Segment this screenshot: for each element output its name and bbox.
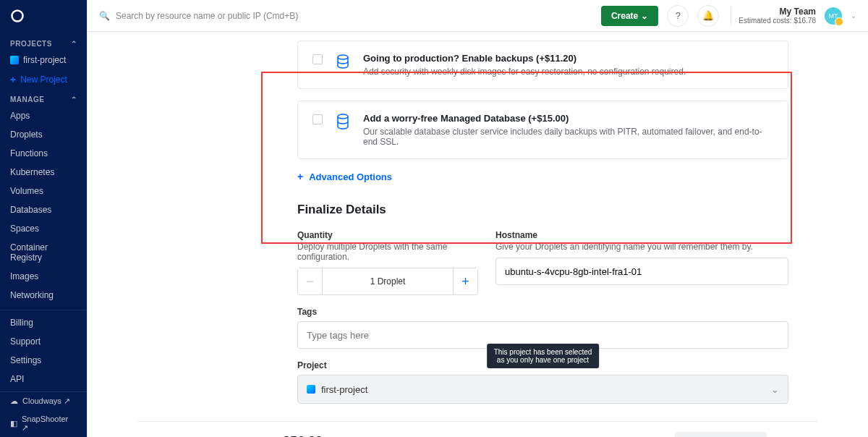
option-desc: Add security with weekly disk images for…	[363, 67, 773, 77]
help-icon[interactable]: ?	[667, 5, 689, 27]
quantity-group: Quantity Deploy multiple Droplets with t…	[297, 230, 478, 295]
hostname-help: Give your Droplets an identifying name y…	[495, 242, 788, 252]
avatar[interactable]: MT	[825, 7, 842, 25]
sidebar-extra[interactable]: ◧SnapShooter ↗	[0, 410, 87, 437]
option-database[interactable]: Add a worry-free Managed Database (+$15.…	[297, 101, 788, 159]
project-select[interactable]: This project has been selected as you on…	[297, 375, 788, 404]
tags-label: Tags	[297, 307, 788, 317]
sidebar-extra[interactable]: ☁Cloudways ↗	[0, 392, 87, 410]
hostname-label: Hostname	[495, 230, 788, 240]
sidebar-manage-list: Apps Droplets Functions Kubernetes Volum…	[0, 106, 87, 310]
project-icon	[307, 385, 315, 394]
sidebar-item[interactable]: Support	[0, 332, 87, 351]
search-input[interactable]: 🔍 Search by resource name or public IP (…	[99, 11, 592, 21]
sidebar-item[interactable]: Kubernetes	[0, 163, 87, 182]
chevron-up-icon[interactable]: ⌃	[71, 96, 77, 103]
hostname-group: Hostname Give your Droplets an identifyi…	[495, 230, 788, 295]
sidebar-item[interactable]: Container Registry	[0, 238, 87, 267]
project-icon	[10, 56, 19, 64]
content: Going to production? Enable backups (+$1…	[88, 32, 868, 437]
sidebar-project-first[interactable]: first-project	[0, 51, 87, 69]
quantity-label: Quantity	[297, 230, 478, 240]
option-title: Add a worry-free Managed Database (+$15.…	[363, 113, 773, 124]
sidebar-item[interactable]: Volumes	[0, 182, 87, 200]
plus-icon: +	[297, 171, 303, 182]
sidebar-item[interactable]: Apps	[0, 106, 87, 125]
checkbox[interactable]	[312, 114, 323, 124]
main: 🔍 Search by resource name or public IP (…	[87, 0, 868, 437]
qty-decrease-button[interactable]: −	[298, 268, 323, 294]
create-droplet-button[interactable]: Create Droplet	[675, 432, 767, 437]
quantity-stepper: − 1 Droplet +	[297, 268, 478, 295]
advanced-options[interactable]: + Advanced Options	[297, 171, 788, 182]
hostname-input[interactable]	[495, 258, 788, 285]
svg-point-2	[338, 114, 348, 119]
sidebar-section-projects: PROJECTS ⌃	[0, 34, 87, 51]
chevron-down-icon[interactable]: ⌄	[851, 12, 856, 20]
sidebar-item[interactable]: Droplets	[0, 125, 87, 144]
sidebar-item[interactable]: Monitoring	[0, 305, 87, 310]
team-info: My Team Estimated costs: $16.78	[731, 7, 816, 25]
bell-icon[interactable]: 🔔	[697, 5, 719, 27]
svg-point-1	[338, 55, 348, 59]
quantity-help: Deploy multiple Droplets with the same c…	[297, 242, 478, 262]
disk-icon	[334, 53, 352, 72]
price: $56.00/month	[283, 434, 354, 437]
database-icon	[334, 113, 352, 132]
option-desc: Our scalable database cluster service in…	[363, 127, 773, 147]
sidebar-item[interactable]: Databases	[0, 200, 87, 219]
plus-icon: +	[10, 74, 16, 85]
option-backups[interactable]: Going to production? Enable backups (+$1…	[297, 41, 788, 89]
sidebar-item[interactable]: Networking	[0, 286, 87, 305]
topbar: 🔍 Search by resource name or public IP (…	[88, 0, 868, 32]
qty-increase-button[interactable]: +	[453, 268, 477, 294]
create-button[interactable]: Create⌄	[601, 6, 658, 26]
chevron-down-icon: ⌄	[771, 384, 779, 395]
sidebar-item[interactable]: API	[0, 370, 87, 389]
tooltip: This project has been selected as you on…	[487, 344, 600, 368]
summary-bar: $56.00/month $0.083/hour CREATE VIA COMM…	[138, 421, 817, 437]
sidebar-item[interactable]: Spaces	[0, 219, 87, 238]
project-group: Project This project has been selected a…	[297, 360, 788, 404]
svg-point-0	[12, 11, 23, 22]
sidebar-item[interactable]: Functions	[0, 144, 87, 163]
option-title: Going to production? Enable backups (+$1…	[363, 53, 773, 64]
chevron-down-icon: ⌄	[641, 11, 648, 21]
logo[interactable]	[0, 0, 87, 34]
tags-group: Tags	[297, 307, 788, 349]
chevron-up-icon[interactable]: ⌃	[71, 40, 77, 48]
sidebar-item[interactable]: Settings	[0, 351, 87, 370]
sidebar-item[interactable]: Images	[0, 267, 87, 286]
checkbox[interactable]	[312, 54, 323, 64]
sidebar-new-project[interactable]: + New Project	[0, 69, 87, 90]
search-icon: 🔍	[99, 11, 110, 21]
finalize-heading: Finalize Details	[297, 203, 788, 217]
qty-value: 1 Droplet	[323, 268, 453, 294]
sidebar: PROJECTS ⌃ first-project + New Project M…	[0, 0, 87, 437]
sidebar-item[interactable]: Billing	[0, 313, 87, 332]
sidebar-section-manage: MANAGE ⌃	[0, 90, 87, 106]
